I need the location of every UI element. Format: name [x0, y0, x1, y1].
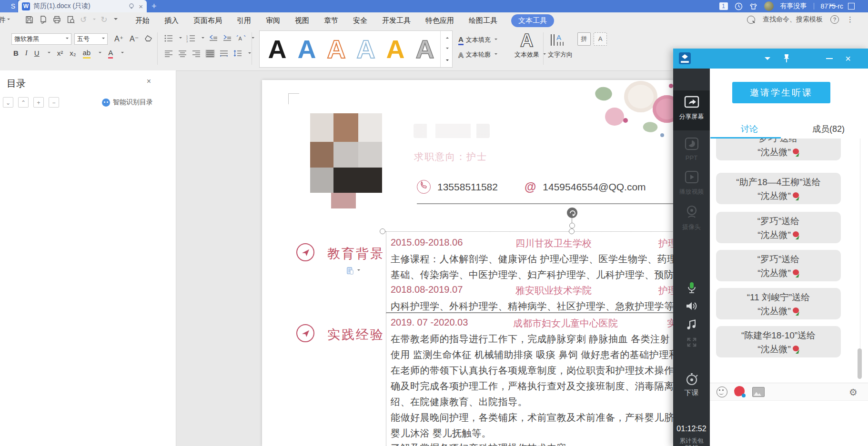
wordart-style-4[interactable]: A	[357, 36, 375, 62]
subscript-button[interactable]: x₂	[70, 49, 76, 57]
speaker-button[interactable]	[673, 301, 710, 311]
underline-button[interactable]: U	[34, 49, 40, 57]
panel-titlebar[interactable]: ×	[673, 49, 868, 69]
gallery-down-icon[interactable]	[446, 48, 449, 50]
sidebar-item-ppt[interactable]: PPT	[673, 137, 710, 161]
tab-members[interactable]: 成员(82)	[789, 120, 868, 138]
tab-page-layout[interactable]: 页面布局	[192, 15, 223, 27]
emoji-icon[interactable]	[717, 387, 727, 397]
tab-section[interactable]: 章节	[323, 15, 339, 27]
tab-view[interactable]: 视图	[294, 15, 310, 27]
undo-dropdown-icon[interactable]	[93, 19, 96, 21]
toc-close-icon[interactable]: ×	[147, 77, 151, 86]
wordart-style-1[interactable]: A	[268, 36, 287, 62]
bullet-list-icon[interactable]	[164, 34, 173, 42]
font-name-select[interactable]: 微软雅黑	[11, 33, 71, 45]
tab-special-apps[interactable]: 特色应用	[424, 15, 455, 27]
document-tab[interactable]: W 简历(1).docx (只读) ×	[18, 0, 147, 12]
text-direction-button[interactable]: 文字方向	[548, 50, 573, 59]
sidebar-item-play-video[interactable]: 播放视频	[673, 170, 710, 196]
decrease-indent-icon[interactable]	[209, 34, 218, 42]
smart-toc-button[interactable]: 智能识别目录	[102, 98, 153, 107]
toc-next-heading-button[interactable]: ⌄	[3, 97, 13, 108]
text-fill-button[interactable]: A 文本填充	[458, 35, 497, 44]
wordart-style-6[interactable]: A	[416, 36, 434, 62]
superscript-button[interactable]: x²	[57, 49, 63, 57]
align-left-icon[interactable]	[164, 50, 173, 58]
tab-discussion[interactable]: 讨论	[710, 120, 789, 138]
gallery-more-icon[interactable]	[446, 59, 449, 62]
document-page[interactable]: 求职意向：护士 13558511582 @ 1459546554@QQ.com …	[262, 80, 729, 446]
font-size-select[interactable]: 五号	[74, 33, 108, 45]
print-icon[interactable]	[52, 15, 61, 24]
chat-scrollbar-track[interactable]	[860, 139, 860, 365]
shrink-font-button[interactable]: A⁻	[130, 34, 139, 43]
justify-icon-active[interactable]	[205, 50, 215, 58]
text-outline-button[interactable]: A 文本轮廓	[458, 50, 497, 59]
rotate-handle[interactable]	[567, 208, 577, 218]
chat-settings-gear-icon[interactable]: ⚙	[849, 387, 858, 398]
line-spacing-icon[interactable]	[233, 50, 242, 58]
tab-drawing-tools[interactable]: 绘图工具	[468, 15, 498, 27]
music-button[interactable]	[673, 319, 710, 330]
invite-students-button[interactable]: 邀请学生听课	[732, 82, 830, 103]
toc-expand-button[interactable]: +	[33, 97, 44, 108]
selection-handle[interactable]	[569, 223, 575, 228]
gallery-up-icon[interactable]	[446, 36, 449, 39]
chevron-down-icon[interactable]	[179, 37, 182, 40]
chat-message-list[interactable]: 罗巧 送给 “沈丛微” “助产18—4王柳”送给 “沈丛微” “罗巧”送给 “沈…	[710, 139, 868, 365]
text-direction-icon[interactable]: A	[549, 32, 565, 48]
tab-security[interactable]: 安全	[352, 15, 368, 27]
sync-icon[interactable]	[735, 2, 743, 10]
selection-handle[interactable]	[380, 228, 385, 234]
font-color-button[interactable]: A	[108, 49, 113, 58]
customize-toolbar-icon[interactable]	[114, 18, 118, 22]
print-preview-icon[interactable]	[66, 15, 75, 24]
align-center-icon[interactable]	[178, 50, 187, 58]
increase-indent-icon[interactable]	[222, 34, 232, 42]
skin-icon[interactable]	[749, 2, 757, 10]
text-effect-icon[interactable]: A	[520, 30, 533, 51]
fullscreen-button[interactable]	[673, 337, 710, 347]
tab-text-tools-active[interactable]: 文本工具	[511, 14, 554, 27]
sidebar-item-share-screen[interactable]: 分享屏幕	[673, 95, 710, 121]
wordart-style-3[interactable]: A	[327, 36, 346, 62]
char-border-button[interactable]: A	[594, 32, 607, 46]
user-name[interactable]: 有事没事	[780, 2, 807, 10]
panel-dropdown-icon[interactable]	[765, 57, 770, 63]
grow-font-button[interactable]: A⁺	[114, 34, 123, 43]
chevron-down-icon[interactable]	[202, 37, 204, 40]
wordart-style-2[interactable]: A	[298, 36, 316, 62]
save-icon[interactable]	[25, 15, 34, 24]
tab-references[interactable]: 引用	[236, 15, 252, 27]
panel-minimize-button[interactable]	[826, 58, 833, 59]
user-avatar[interactable]	[764, 1, 774, 11]
chevron-down-icon[interactable]	[48, 52, 50, 55]
tab-developer[interactable]: 开发工具	[381, 15, 412, 27]
chat-scrollbar-thumb[interactable]	[858, 348, 862, 379]
chevron-down-icon[interactable]	[248, 52, 251, 55]
align-right-icon[interactable]	[192, 50, 201, 58]
send-rose-icon[interactable]	[734, 386, 746, 397]
bold-button[interactable]: B	[13, 49, 19, 57]
new-tab-button[interactable]: +	[151, 1, 157, 11]
send-image-icon[interactable]	[752, 387, 765, 397]
wordart-style-5[interactable]: A	[386, 36, 405, 62]
doc-count-badge[interactable]: 1	[719, 2, 728, 10]
tab-insert[interactable]: 插入	[163, 15, 180, 27]
char-scale-icon[interactable]: A	[236, 34, 246, 42]
mic-button[interactable]	[673, 282, 710, 294]
clear-format-icon[interactable]	[144, 34, 153, 43]
chevron-down-icon[interactable]	[99, 52, 101, 55]
phonetic-guide-button[interactable]: 拼	[577, 32, 591, 46]
file-menu-button[interactable]: 文件	[0, 16, 10, 24]
close-doc-icon[interactable]: ×	[139, 2, 143, 10]
pin-icon[interactable]	[782, 53, 791, 64]
search-placeholder[interactable]: 查找命令、搜索模板	[763, 15, 823, 24]
highlight-color-button[interactable]: ab	[83, 49, 91, 58]
undo-icon[interactable]: ↺	[80, 15, 87, 24]
toc-prev-heading-button[interactable]: ⌃	[18, 97, 29, 108]
panel-close-icon[interactable]: ×	[845, 54, 851, 63]
chat-input-area[interactable]	[710, 401, 868, 446]
export-pdf-icon[interactable]	[39, 15, 48, 24]
